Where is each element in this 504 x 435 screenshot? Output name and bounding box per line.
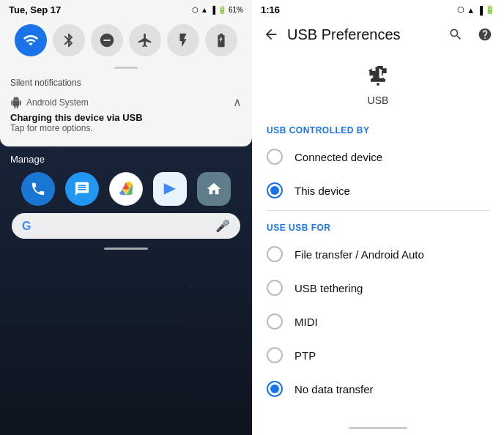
search-button[interactable] xyxy=(442,21,469,48)
right-status-icons: ⬡ ▲ ▐ 🔋 xyxy=(457,5,495,15)
notif-header: Android System ∧ xyxy=(10,95,242,109)
google-mic-icon[interactable]: 🎤 xyxy=(215,219,230,233)
connected-device-label: Connected device xyxy=(294,151,382,163)
radio-file-transfer[interactable] xyxy=(267,246,283,262)
battery-percent: 61% xyxy=(229,6,243,14)
help-button[interactable] xyxy=(472,21,498,48)
radio-ptp[interactable] xyxy=(267,347,283,363)
status-bar-left: Tue, Sep 17 ⬡ ▲ ▐ 🔋 61% xyxy=(0,0,252,18)
google-g-icon: G xyxy=(22,220,31,233)
radio-dot-no-data xyxy=(270,384,279,393)
no-data-transfer-label: No data transfer xyxy=(294,383,374,395)
option-connected-device[interactable]: Connected device xyxy=(252,140,504,174)
option-usb-tethering[interactable]: USB tethering xyxy=(252,271,504,305)
notif-subtitle: Tap for more options. xyxy=(10,123,242,133)
bluetooth-toggle[interactable] xyxy=(53,24,85,56)
option-ptp[interactable]: PTP xyxy=(252,338,504,372)
usb-label: USB xyxy=(368,94,389,106)
notif-expand-icon[interactable]: ∧ xyxy=(233,95,242,109)
home-app-icon[interactable] xyxy=(197,172,231,206)
section-controlled-by: USB CONTROLLED BY xyxy=(252,116,504,140)
file-transfer-label: File transfer / Android Auto xyxy=(294,248,424,261)
play-app-icon[interactable] xyxy=(153,172,187,206)
page-title: USB Preferences xyxy=(287,26,442,43)
quick-toggles xyxy=(0,18,252,64)
option-file-transfer[interactable]: File transfer / Android Auto xyxy=(252,237,504,271)
wifi-icon-status: ▲ xyxy=(201,6,208,14)
messages-app-icon[interactable] xyxy=(65,172,99,206)
notif-app-name: Android System xyxy=(26,97,89,108)
notif-title: Charging this device via USB xyxy=(10,112,242,123)
status-bar-right: 1:16 ⬡ ▲ ▐ 🔋 xyxy=(252,0,504,18)
battery-saver-toggle[interactable] xyxy=(205,24,237,56)
option-this-device[interactable]: This device xyxy=(252,174,504,207)
battery-icon: 🔋 xyxy=(218,6,226,14)
android-system-icon xyxy=(10,97,22,108)
status-time-left: Tue, Sep 17 xyxy=(9,4,61,15)
option-midi[interactable]: MIDI xyxy=(252,305,504,338)
wifi-toggle[interactable] xyxy=(15,24,47,56)
back-button[interactable] xyxy=(258,21,284,48)
top-bar: USB Preferences xyxy=(252,18,504,53)
settings-content: USB CONTROLLED BY Connected device This … xyxy=(252,116,504,423)
this-device-label: This device xyxy=(294,185,350,197)
signal-icon: ▐ xyxy=(210,6,215,14)
radio-dot-this-device xyxy=(270,186,279,195)
status-time-right: 1:16 xyxy=(261,4,280,15)
section-use-for: USE USB FOR xyxy=(252,214,504,237)
radio-midi[interactable] xyxy=(267,313,283,330)
wifi-icon-right: ▲ xyxy=(467,6,475,15)
search-bar[interactable]: G 🎤 xyxy=(12,213,240,239)
home-indicator xyxy=(104,248,148,250)
notif-app-row: Android System xyxy=(10,97,89,108)
left-panel: Tue, Sep 17 ⬡ ▲ ▐ 🔋 61% xyxy=(0,0,252,435)
airplane-toggle[interactable] xyxy=(129,24,161,56)
bottom-nav-indicator xyxy=(349,427,407,429)
drawer-handle xyxy=(114,67,138,69)
home-screen: G 🎤 xyxy=(0,172,252,257)
flashlight-toggle[interactable] xyxy=(167,24,199,56)
radio-connected-device[interactable] xyxy=(267,149,283,165)
silent-notif-label: Silent notifications xyxy=(0,73,252,91)
usb-tethering-label: USB tethering xyxy=(294,282,363,294)
signal-icon-right: ▐ xyxy=(477,6,483,15)
manage-button[interactable]: Manage xyxy=(0,146,252,172)
notification-drawer: Tue, Sep 17 ⬡ ▲ ▐ 🔋 61% xyxy=(0,0,252,146)
ptp-label: PTP xyxy=(294,349,316,362)
app-dock xyxy=(0,172,252,206)
usb-icon-area: USB xyxy=(252,53,504,116)
battery-icon-right: 🔋 xyxy=(485,5,495,15)
radio-usb-tethering[interactable] xyxy=(267,280,283,296)
phone-app-icon[interactable] xyxy=(21,172,55,206)
midi-label: MIDI xyxy=(294,316,318,328)
usb-symbol xyxy=(363,62,393,92)
radio-this-device[interactable] xyxy=(267,182,283,198)
cast-icon: ⬡ xyxy=(192,6,199,14)
notification-card[interactable]: Android System ∧ Charging this device vi… xyxy=(0,91,252,141)
top-actions xyxy=(442,21,498,48)
right-panel: 1:16 ⬡ ▲ ▐ 🔋 USB Preferences USB xyxy=(252,0,504,435)
option-no-data-transfer[interactable]: No data transfer xyxy=(252,372,504,406)
radio-no-data-transfer[interactable] xyxy=(267,381,283,397)
dnd-toggle[interactable] xyxy=(91,24,123,56)
divider-1 xyxy=(267,210,489,211)
photos-app-icon[interactable] xyxy=(109,172,143,206)
status-icons-right: ⬡ ▲ ▐ 🔋 61% xyxy=(192,6,243,14)
cast-icon-right: ⬡ xyxy=(457,5,464,15)
